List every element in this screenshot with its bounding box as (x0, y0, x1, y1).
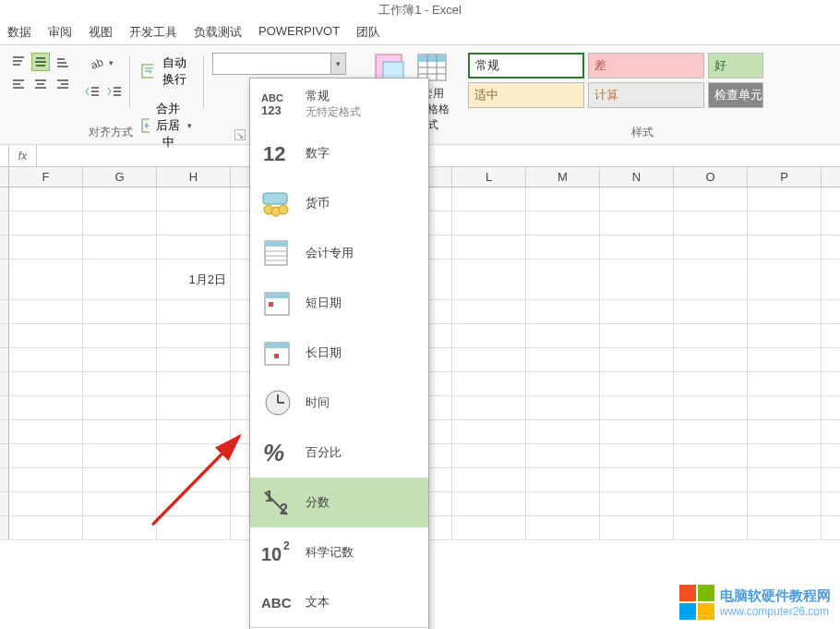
short-date-icon (259, 285, 296, 321)
fn-dropdown-icon[interactable] (0, 145, 9, 166)
general-icon: ABC123 (259, 86, 296, 121)
chevron-down-icon[interactable]: ▾ (330, 54, 345, 74)
merge-center-button[interactable]: 合并后居中 ▾ (136, 99, 198, 152)
svg-rect-0 (13, 56, 24, 58)
decrease-indent-button[interactable] (83, 82, 102, 101)
alignment-group-label: 对齐方式 (89, 125, 133, 140)
align-left-icon (12, 78, 25, 91)
styles-group-label: 样式 (631, 125, 654, 140)
svg-rect-49 (269, 302, 273, 307)
format-currency[interactable]: 货币 (250, 178, 428, 228)
col-header-M[interactable]: M (526, 167, 600, 187)
tab-loadtest[interactable]: 负载测试 (194, 24, 242, 41)
svg-text:ABC: ABC (261, 595, 292, 611)
select-all-corner[interactable] (0, 167, 9, 187)
align-left-button[interactable] (9, 75, 28, 93)
ribbon-tabs: 数据 审阅 视图 开发工具 负载测试 POWERPIVOT 团队 (0, 20, 840, 45)
col-header-O[interactable]: O (674, 167, 748, 187)
svg-rect-17 (57, 87, 68, 89)
svg-text:ABC: ABC (261, 92, 283, 103)
svg-rect-15 (57, 79, 68, 81)
col-header-F[interactable]: F (9, 167, 83, 187)
tab-team[interactable]: 团队 (356, 24, 380, 41)
format-fraction[interactable]: 12 分数 (250, 478, 428, 527)
svg-rect-43 (265, 241, 287, 247)
window-title: 工作簿1 - Excel (378, 3, 462, 17)
svg-rect-12 (35, 79, 46, 81)
watermark-url: www.computer26.com (720, 605, 831, 618)
tab-powerpivot[interactable]: POWERPIVOT (258, 24, 340, 41)
style-check[interactable]: 检查单元 (708, 82, 763, 108)
svg-rect-19 (91, 87, 99, 89)
svg-rect-9 (13, 79, 24, 81)
align-top-button[interactable] (9, 53, 28, 71)
increase-indent-icon (107, 85, 122, 98)
format-long-date[interactable]: 长日期 (250, 328, 428, 378)
tab-data[interactable]: 数据 (7, 24, 31, 41)
orientation-icon: ab (89, 54, 105, 71)
col-header-G[interactable]: G (83, 167, 157, 187)
text-icon: ABC (259, 585, 296, 620)
alignment-dialog-launcher[interactable]: ↘ (234, 129, 246, 140)
svg-rect-11 (13, 87, 24, 89)
svg-rect-3 (36, 57, 45, 59)
tab-view[interactable]: 视图 (89, 24, 113, 41)
svg-rect-7 (57, 62, 66, 64)
tab-review[interactable]: 审阅 (48, 24, 72, 41)
long-date-icon (259, 335, 296, 370)
svg-rect-52 (274, 354, 279, 358)
svg-rect-6 (57, 58, 65, 60)
align-bottom-button[interactable] (54, 53, 72, 71)
svg-rect-24 (114, 94, 121, 96)
tab-developer[interactable]: 开发工具 (129, 24, 177, 41)
orientation-button[interactable]: ab ▾ (83, 53, 124, 73)
svg-text:10: 10 (261, 544, 282, 564)
merge-center-icon (141, 118, 150, 133)
fx-label[interactable]: fx (9, 145, 37, 166)
scientific-icon: 102 (259, 535, 296, 570)
svg-text:12: 12 (263, 142, 285, 165)
style-normal[interactable]: 常规 (468, 53, 584, 79)
format-percentage[interactable]: % 百分比 (250, 428, 428, 478)
watermark-title: 电脑软硬件教程网 (720, 587, 831, 605)
style-medium[interactable]: 适中 (468, 82, 584, 108)
align-middle-button[interactable] (31, 53, 50, 71)
svg-rect-1 (13, 60, 22, 62)
align-top-icon (12, 55, 25, 68)
col-header-L[interactable]: L (452, 167, 526, 187)
align-center-icon (34, 78, 47, 91)
col-header-N[interactable]: N (600, 167, 674, 187)
col-header-P[interactable]: P (748, 167, 822, 187)
cell-H4[interactable]: 1月2日 (157, 260, 231, 299)
format-number[interactable]: 12 数字 (250, 128, 428, 178)
format-text[interactable]: ABC 文本 (250, 577, 428, 627)
svg-rect-30 (418, 54, 446, 62)
number-format-selector[interactable]: ▾ (212, 53, 346, 75)
align-bottom-icon (56, 55, 69, 68)
svg-point-41 (279, 205, 288, 214)
col-header-H[interactable]: H (157, 167, 231, 187)
format-scientific[interactable]: 102 科学记数 (250, 527, 428, 577)
alignment-group (4, 53, 78, 93)
format-short-date[interactable]: 短日期 (250, 278, 428, 328)
wrap-text-icon (141, 64, 153, 79)
svg-rect-14 (35, 87, 46, 89)
svg-rect-8 (57, 66, 68, 67)
wrap-text-button[interactable]: 自动换行 (136, 53, 198, 90)
svg-rect-4 (35, 61, 46, 63)
align-right-button[interactable] (54, 75, 72, 93)
format-time[interactable]: 时间 (250, 378, 428, 428)
time-icon (259, 385, 296, 420)
svg-rect-20 (91, 91, 99, 92)
increase-indent-button[interactable] (105, 82, 124, 101)
align-center-button[interactable] (31, 75, 50, 93)
style-calc[interactable]: 计算 (588, 82, 704, 108)
style-good[interactable]: 好 (708, 53, 763, 79)
format-accounting[interactable]: 会计专用 (250, 228, 428, 278)
style-bad[interactable]: 差 (588, 53, 704, 79)
number-format-dropdown: ABC123 常规 无特定格式 12 数字 货币 会计专用 短日期 长日期 (249, 78, 429, 629)
svg-rect-13 (37, 83, 44, 85)
format-general[interactable]: ABC123 常规 无特定格式 (250, 79, 428, 128)
fraction-icon: 12 (259, 485, 296, 520)
svg-rect-2 (13, 64, 20, 66)
